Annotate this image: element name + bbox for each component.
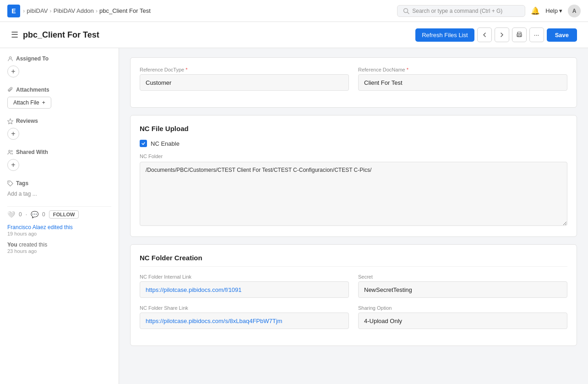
shared-with-section: Shared With + <box>7 149 111 171</box>
shared-with-title: Shared With <box>7 149 111 155</box>
search-bar[interactable]: Search or type a command (Ctrl + G) <box>397 5 525 17</box>
sharing-option-value[interactable]: 4-Upload Only <box>358 313 567 329</box>
sharing-option-label: Sharing Option <box>358 305 567 311</box>
activity-item-1: Francisco Alaez edited this 19 hours ago <box>7 224 111 237</box>
reference-doctype-group: Reference DocType * Customer <box>140 67 349 91</box>
breadcrumb-current: pbc_Client For Test <box>99 7 151 14</box>
assigned-to-label: Assigned To <box>16 55 49 62</box>
secret-label: Secret <box>358 274 567 280</box>
share-link-label: NC Folder Share Link <box>140 305 349 311</box>
breadcrumb-sep-2: › <box>49 7 51 14</box>
nc-enable-row: NC Enable <box>140 140 567 147</box>
like-row: 🤍 0 · 💬 0 FOLLOW <box>7 210 111 219</box>
shared-with-label: Shared With <box>16 149 48 155</box>
more-options-button[interactable]: ··· <box>529 27 544 42</box>
search-placeholder: Search or type a command (Ctrl + G) <box>412 8 502 14</box>
attach-file-label: Attach File <box>13 99 39 106</box>
help-label: Help <box>545 7 558 14</box>
hamburger-button[interactable]: ☰ <box>11 30 18 40</box>
activity1-link[interactable]: edited this <box>48 224 73 230</box>
nc-folder-label: NC Folder <box>140 154 567 159</box>
nav-right: Search or type a command (Ctrl + G) 🔔 He… <box>397 5 581 17</box>
nc-enable-label: NC Enable <box>151 140 180 147</box>
nc-folder-creation-card: NC Folder Creation NC Folder Internal Li… <box>130 244 577 346</box>
assigned-to-add-button[interactable]: + <box>7 66 19 77</box>
activity1-user[interactable]: Francisco Alaez <box>7 224 46 230</box>
svg-point-9 <box>9 181 10 182</box>
svg-rect-4 <box>518 35 521 37</box>
sharing-option-group: Sharing Option 4-Upload Only <box>358 305 567 329</box>
shared-with-add-button[interactable]: + <box>7 159 19 171</box>
prev-button[interactable] <box>477 27 492 42</box>
check-icon <box>141 141 146 146</box>
chevron-down-icon: ▾ <box>559 7 562 14</box>
paperclip-icon <box>7 87 13 93</box>
print-button[interactable] <box>512 27 527 42</box>
likes-count: 0 <box>19 211 22 218</box>
add-tag-link[interactable]: Add a tag ... <box>7 191 37 197</box>
nc-file-upload-title: NC File Upload <box>140 125 567 132</box>
reference-doctype-label: Reference DocType * <box>140 67 349 72</box>
help-button[interactable]: Help ▾ <box>545 7 562 14</box>
sidebar-divider <box>7 206 111 207</box>
save-button[interactable]: Save <box>547 28 577 42</box>
reference-card: Reference DocType * Customer Reference D… <box>130 57 577 108</box>
reviews-add-button[interactable]: + <box>7 128 19 140</box>
attach-file-button[interactable]: Attach File + <box>7 97 51 109</box>
dot-sep: · <box>26 211 27 218</box>
assigned-to-section: Assigned To + <box>7 55 111 77</box>
breadcrumb-addon[interactable]: PibiDAV Addon <box>54 7 94 14</box>
activity2-action-text: created this <box>19 241 47 248</box>
like-button[interactable]: 🤍 <box>7 211 15 218</box>
search-icon <box>403 8 409 14</box>
required-star-2: * <box>407 67 408 72</box>
attach-plus-icon: + <box>42 99 45 106</box>
secret-group: Secret NewSecretTesting <box>358 274 567 298</box>
refresh-files-button[interactable]: Refresh Files List <box>415 28 474 42</box>
nc-folder-creation-title: NC Folder Creation <box>140 254 567 267</box>
comment-button[interactable]: 💬 <box>31 211 38 218</box>
page-header-left: ☰ pbc_Client For Test <box>11 30 99 40</box>
svg-point-8 <box>11 150 12 152</box>
reviews-label: Reviews <box>16 118 38 124</box>
nc-folder-row-2: NC Folder Share Link https://pilotcase.p… <box>140 305 567 329</box>
svg-point-7 <box>9 150 11 152</box>
secret-value[interactable]: NewSecretTesting <box>358 281 567 298</box>
required-star-1: * <box>185 67 187 72</box>
internal-link-label: NC Folder Internal Link <box>140 274 349 280</box>
next-button[interactable] <box>495 27 509 42</box>
tags-label: Tags <box>16 180 28 187</box>
tags-title: Tags <box>7 180 111 187</box>
follow-button[interactable]: FOLLOW <box>49 210 79 219</box>
nc-file-upload-card: NC File Upload NC Enable NC Folder /Docu… <box>130 115 577 237</box>
chevron-right-icon <box>499 32 505 38</box>
svg-point-5 <box>9 56 11 59</box>
reviews-section: Reviews + <box>7 118 111 140</box>
page-title: pbc_Client For Test <box>23 30 99 40</box>
share-link-value[interactable]: https://pilotcase.pibidocs.com/s/8xLbaq4… <box>140 313 349 329</box>
nc-folder-row-1: NC Folder Internal Link https://pilotcas… <box>140 274 567 298</box>
app-icon[interactable]: E <box>7 5 20 17</box>
print-icon <box>516 32 523 38</box>
main-content: Reference DocType * Customer Reference D… <box>119 48 588 384</box>
breadcrumb-sep-1: › <box>23 7 25 14</box>
reference-doctype-value[interactable]: Customer <box>140 74 349 91</box>
nc-folder-textarea[interactable]: /Documents/PBC/Customers/CTEST Client Fo… <box>140 162 567 226</box>
chevron-left-icon <box>482 32 487 38</box>
user-icon <box>7 56 13 62</box>
notification-button[interactable]: 🔔 <box>531 6 540 15</box>
tag-icon <box>7 181 13 187</box>
page-header-right: Refresh Files List ··· Save <box>415 27 577 42</box>
attachments-title: Attachments <box>7 87 111 93</box>
page-header: ☰ pbc_Client For Test Refresh Files List… <box>0 22 588 48</box>
share-link-group: NC Folder Share Link https://pilotcase.p… <box>140 305 349 329</box>
internal-link-value[interactable]: https://pilotcase.pibidocs.com/f/1091 <box>140 281 349 298</box>
avatar[interactable]: A <box>568 5 581 17</box>
assigned-to-title: Assigned To <box>7 55 111 62</box>
reference-docname-label: Reference DocName * <box>358 67 567 72</box>
reference-docname-value[interactable]: Client For Test <box>358 74 567 91</box>
breadcrumb-pibidav[interactable]: pibiDAV <box>27 7 48 14</box>
nc-enable-checkbox[interactable] <box>140 140 147 147</box>
activity2-time: 23 hours ago <box>7 248 37 254</box>
breadcrumb-sep-3: › <box>96 7 98 14</box>
